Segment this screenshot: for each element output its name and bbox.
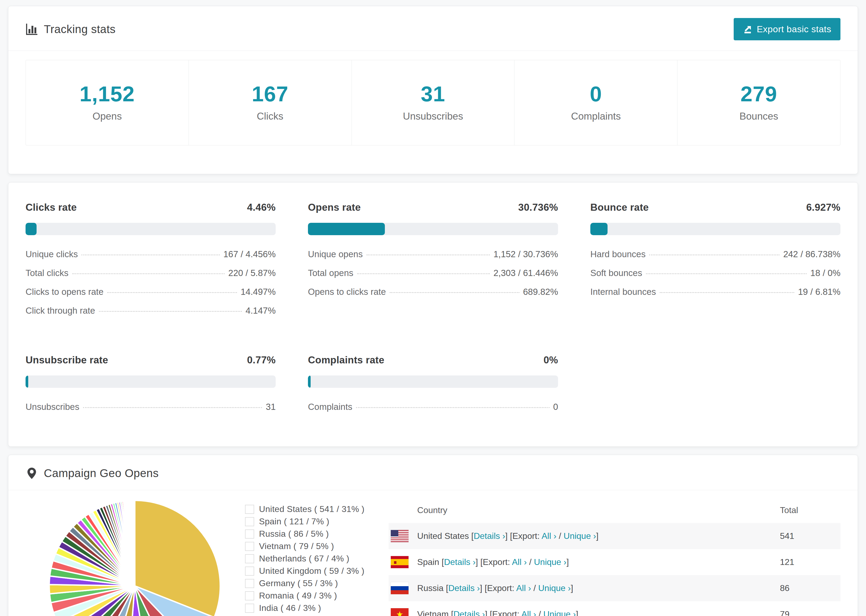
geo-table-header-total: Total (780, 505, 841, 515)
dotted-leader (649, 255, 779, 255)
flag-cell (389, 556, 417, 568)
rate-title: Opens rate (308, 202, 361, 213)
legend-item-india: India ( 46 / 3% ) (245, 603, 364, 613)
country-cell: United States [Details ›] [Export: All ›… (417, 531, 780, 541)
rate-title: Unsubscribe rate (25, 355, 108, 366)
flag-cell: ★ (389, 608, 417, 616)
stat-complaints: 0 Complaints (515, 60, 677, 145)
legend-label: Vietnam ( 79 / 5% ) (259, 541, 334, 551)
dotted-leader (357, 273, 490, 274)
geo-table-row-ru: Russia [Details ›] [Export: All › / Uniq… (389, 575, 841, 601)
export-unique-link[interactable]: Unique › (543, 609, 576, 616)
rate-rows: Unsubscribes 31 (25, 402, 276, 412)
dotted-leader (660, 292, 794, 293)
rate-section-opens-rate: Opens rate 30.736% Unique opens 1,152 / … (308, 202, 558, 324)
rate-rows: Unique clicks 167 / 4.456% Total clicks … (25, 249, 276, 316)
progress-bar-fill (308, 376, 311, 388)
rate-section-unsubscribe-rate: Unsubscribe rate 0.77% Unsubscribes 31 (25, 355, 276, 421)
flag-cell (389, 530, 417, 542)
dotted-leader (72, 273, 225, 274)
legend-swatch (245, 517, 254, 526)
legend-swatch (245, 591, 254, 600)
export-all-link[interactable]: All › (521, 609, 536, 616)
rate-stat-value: 31 (266, 402, 276, 412)
export-all-link[interactable]: All › (542, 531, 556, 541)
export-all-link[interactable]: All › (512, 557, 527, 567)
geo-table-row-es: Spain [Details ›] [Export: All › / Uniqu… (389, 549, 841, 575)
stat-label: Clicks (192, 111, 349, 122)
rate-stat-row: Click through rate 4.147% (25, 306, 276, 316)
legend-item-spain: Spain ( 121 / 7% ) (245, 517, 364, 526)
legend-swatch (245, 603, 254, 613)
geo-table-row-us: United States [Details ›] [Export: All ›… (389, 523, 841, 549)
legend-label: Germany ( 55 / 3% ) (259, 578, 338, 588)
rate-head: Complaints rate 0% (308, 355, 558, 366)
geo-legend: United States ( 541 / 31% ) Spain ( 121 … (245, 504, 364, 616)
rate-stat-row: Soft bounces 18 / 0% (590, 268, 841, 278)
tracking-stats-card: Tracking stats Export basic stats 1,152 … (8, 6, 858, 174)
rate-stat-label: Complaints (308, 402, 352, 412)
rate-head: Unsubscribe rate 0.77% (25, 355, 276, 366)
legend-item-netherlands: Netherlands ( 67 / 4% ) (245, 554, 364, 564)
dotted-leader (356, 407, 550, 408)
geo-title-text: Campaign Geo Opens (44, 467, 159, 480)
rate-stat-row: Unique opens 1,152 / 30.736% (308, 249, 558, 259)
rate-stat-row: Total clicks 220 / 5.87% (25, 268, 276, 278)
rate-stat-label: Opens to clicks rate (308, 287, 386, 297)
progress-bar-fill (25, 223, 36, 235)
rate-stat-label: Unique opens (308, 249, 363, 259)
geo-table-row-vn: ★ Vietnam [Details ›] [Export: All › / U… (389, 601, 841, 616)
rate-stat-row: Complaints 0 (308, 402, 558, 412)
rate-head: Opens rate 30.736% (308, 202, 558, 213)
stat-bounces: 279 Bounces (677, 60, 840, 145)
flag-icon-es (391, 556, 409, 568)
export-unique-link[interactable]: Unique › (534, 557, 567, 567)
total-cell: 121 (780, 557, 841, 567)
legend-item-russia: Russia ( 86 / 5% ) (245, 529, 364, 539)
rate-stat-value: 242 / 86.738% (783, 249, 841, 259)
export-unique-link[interactable]: Unique › (538, 583, 571, 593)
rate-stat-label: Unique clicks (25, 249, 78, 259)
stat-value: 31 (354, 82, 512, 107)
rate-stat-value: 18 / 0% (810, 268, 841, 278)
flag-icon-vn: ★ (391, 608, 409, 616)
progress-bar-fill (590, 223, 608, 235)
country-cell: Vietnam [Details ›] [Export: All › / Uni… (417, 609, 780, 616)
rates-grid: Clicks rate 4.46% Unique clicks 167 / 4.… (8, 182, 858, 446)
legend-label: Spain ( 121 / 7% ) (259, 517, 329, 526)
dotted-leader (107, 292, 237, 293)
geo-table: Country Total United States [Details ›] … (389, 497, 841, 616)
country-cell: Russia [Details ›] [Export: All › / Uniq… (417, 583, 780, 593)
export-all-link[interactable]: All › (516, 583, 531, 593)
legend-swatch (245, 542, 254, 551)
details-link[interactable]: Details › (448, 583, 480, 593)
rate-rows: Complaints 0 (308, 402, 558, 412)
rate-section-complaints-rate: Complaints rate 0% Complaints 0 (308, 355, 558, 421)
rate-stat-row: Clicks to opens rate 14.497% (25, 287, 276, 297)
details-link[interactable]: Details › (453, 609, 485, 616)
export-unique-link[interactable]: Unique › (564, 531, 596, 541)
rate-head: Bounce rate 6.927% (590, 202, 841, 213)
details-link[interactable]: Details › (474, 531, 505, 541)
export-basic-stats-button[interactable]: Export basic stats (734, 18, 841, 40)
legend-item-united-states: United States ( 541 / 31% ) (245, 504, 364, 514)
rates-card: Clicks rate 4.46% Unique clicks 167 / 4.… (8, 182, 858, 447)
rate-stat-value: 2,303 / 61.446% (493, 268, 558, 278)
rate-stat-label: Unsubscribes (25, 402, 79, 412)
legend-swatch (245, 579, 254, 588)
rate-stat-value: 689.82% (523, 287, 558, 297)
rate-stat-row: Opens to clicks rate 689.82% (308, 287, 558, 297)
stat-opens: 1,152 Opens (26, 60, 189, 145)
total-cell: 79 (780, 609, 841, 616)
legend-label: Russia ( 86 / 5% ) (259, 529, 329, 539)
flag-cell (389, 582, 417, 594)
geo-title: Campaign Geo Opens (25, 467, 159, 480)
flag-icon-ru (391, 582, 409, 594)
rate-value: 4.46% (247, 202, 276, 213)
tracking-stats-header: Tracking stats Export basic stats (8, 6, 858, 51)
stat-label: Unsubscribes (354, 111, 512, 122)
total-cell: 86 (780, 583, 841, 593)
details-link[interactable]: Details › (444, 557, 476, 567)
stat-clicks: 167 Clicks (189, 60, 352, 145)
dotted-leader (390, 292, 519, 293)
